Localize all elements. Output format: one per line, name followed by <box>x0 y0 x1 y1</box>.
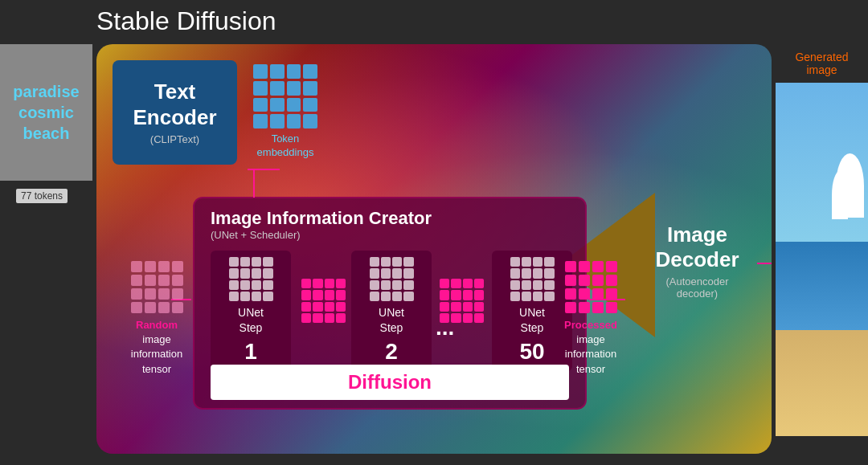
gc <box>301 313 311 323</box>
gc <box>565 302 576 313</box>
gc <box>533 257 542 267</box>
gc <box>592 302 604 313</box>
gc <box>440 290 449 300</box>
gc <box>229 268 239 278</box>
gc <box>579 302 590 313</box>
random-tensor-grid <box>131 261 183 313</box>
gc <box>325 313 334 323</box>
gc <box>474 313 484 323</box>
gc <box>313 302 322 312</box>
gc <box>252 257 261 267</box>
random-tensor: Random image information tensor <box>121 261 193 377</box>
grid-cell <box>303 114 317 128</box>
gc <box>131 275 142 286</box>
gc <box>172 302 183 313</box>
processed-tensor: Processed image information tensor <box>551 261 631 377</box>
gc <box>131 288 142 300</box>
gc <box>606 302 617 313</box>
gc <box>510 268 520 278</box>
gc <box>392 280 402 290</box>
gc <box>451 290 461 300</box>
text-encoder-sub: (CLIPText) <box>150 133 199 145</box>
gc <box>263 268 272 278</box>
gc <box>229 257 239 267</box>
gc <box>440 279 449 288</box>
grid-cell <box>303 81 317 96</box>
processed-tensor-label: Processed image information tensor <box>551 318 631 377</box>
random-highlight: Random <box>136 319 178 331</box>
grid-cell <box>253 81 268 96</box>
arrow-horizontal <box>248 169 280 170</box>
gc <box>606 261 617 272</box>
gc <box>370 257 379 267</box>
prompt-text: paradise cosmic beach <box>13 81 79 144</box>
gc <box>522 268 531 278</box>
prompt-panel: paradise cosmic beach <box>0 44 92 181</box>
gc <box>325 290 334 300</box>
unet1-num: 1 <box>244 339 257 365</box>
gc <box>403 292 413 301</box>
gc <box>158 261 170 272</box>
text-encoder-label: TextEncoder <box>133 80 216 129</box>
unet2-num: 2 <box>385 339 398 365</box>
gc <box>403 280 413 290</box>
unet50-label: UNetStep <box>519 305 545 334</box>
gc <box>463 313 473 323</box>
generated-panel: Generated image <box>776 44 868 454</box>
gc <box>229 292 239 301</box>
gc <box>381 257 391 267</box>
gc <box>533 280 542 290</box>
image-decoder-label: ImageDecoder <box>655 222 739 272</box>
gc <box>403 257 413 267</box>
random-tensor-label: Random image information tensor <box>121 318 193 377</box>
gc <box>313 313 322 323</box>
iic-box: Image Information Creator (UNet + Schedu… <box>193 197 587 410</box>
main-diagram: TextEncoder (CLIPText) Token embeddings <box>96 44 772 454</box>
gc <box>252 268 261 278</box>
grid-cell <box>303 64 317 79</box>
gc <box>579 261 590 272</box>
gc <box>240 280 250 290</box>
grid-cell <box>270 81 285 96</box>
arrow-text-to-iic <box>253 169 255 198</box>
gc <box>381 292 391 301</box>
unet2-grid <box>370 257 414 301</box>
gc <box>240 268 250 278</box>
gc <box>229 280 239 290</box>
unet1-label: UNetStep <box>238 305 264 334</box>
gc <box>370 292 379 301</box>
gc <box>301 290 311 300</box>
gc <box>579 288 590 300</box>
gc <box>263 280 272 290</box>
grid-cell <box>253 98 268 112</box>
unet1-grid <box>229 257 273 301</box>
processed-tensor-grid <box>565 261 617 313</box>
cliff-2 <box>832 171 848 219</box>
gc <box>463 290 473 300</box>
gc <box>606 288 617 300</box>
gc <box>592 288 604 300</box>
gc <box>131 302 142 313</box>
gc <box>336 279 346 288</box>
unet50-num: 50 <box>519 339 544 365</box>
gc <box>565 261 576 272</box>
gc <box>381 268 391 278</box>
text-encoder-box: TextEncoder (CLIPText) <box>113 60 237 165</box>
gc <box>313 290 322 300</box>
gc <box>301 302 311 312</box>
gc <box>158 275 170 286</box>
gc <box>565 288 576 300</box>
gc <box>522 257 531 267</box>
grid-cell <box>270 64 285 79</box>
gc <box>592 261 604 272</box>
gc <box>474 302 484 312</box>
gc <box>510 292 520 301</box>
sea <box>776 242 868 330</box>
unet-step-2: UNetStep 2 <box>351 251 432 371</box>
gc <box>592 275 604 286</box>
gc <box>533 292 542 301</box>
grid-cell <box>287 81 301 96</box>
gc <box>325 302 334 312</box>
gc <box>370 280 379 290</box>
gc <box>392 257 402 267</box>
